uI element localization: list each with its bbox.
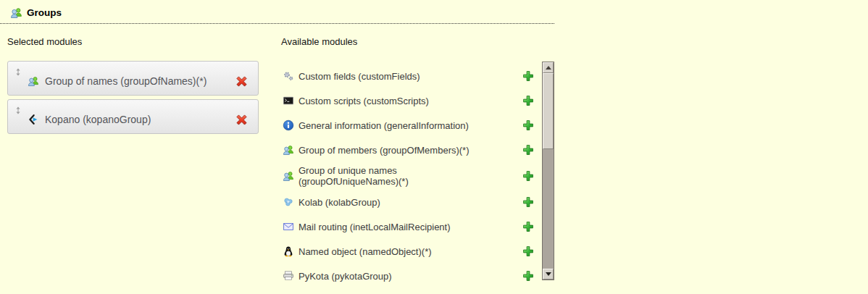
scrollbar-thumb[interactable] <box>543 73 554 149</box>
selected-modules-label: Selected modules <box>7 36 259 47</box>
section-header: Groups <box>0 0 554 24</box>
available-modules-column: Available modules Custom fields (customF… <box>281 24 554 282</box>
module-label: Group of members (groupOfMembers)(*) <box>299 145 470 156</box>
group-icon <box>283 170 294 182</box>
add-plus-icon <box>522 170 534 182</box>
add-plus-icon <box>522 119 534 131</box>
add-plus-icon <box>522 95 534 106</box>
add-plus-icon <box>522 221 534 232</box>
module-label: Group of unique names (groupOfUniqueName… <box>299 165 443 187</box>
triangle-up-icon <box>546 66 551 70</box>
delete-x-icon <box>235 114 248 126</box>
add-module-button[interactable] <box>522 119 534 131</box>
module-label: General information (generalInformation) <box>299 120 469 131</box>
module-label: PyKota (pykotaGroup) <box>299 271 392 282</box>
mail-icon <box>283 221 294 232</box>
scrollbar-track[interactable] <box>543 149 554 269</box>
add-plus-icon <box>522 245 534 257</box>
selected-modules-list: Group of names (groupOfNames)(*) Kopano … <box>7 61 259 134</box>
add-plus-icon <box>522 70 534 82</box>
available-module-row: Named object (namedObject)(*) <box>281 239 539 264</box>
available-modules-list: Custom fields (customFields) Custom scri… <box>281 62 539 282</box>
info-icon <box>283 119 294 131</box>
remove-module-button[interactable] <box>235 75 248 88</box>
group-icon <box>283 144 294 156</box>
available-modules-pane: Custom fields (customFields) Custom scri… <box>281 62 554 282</box>
add-module-button[interactable] <box>522 196 534 208</box>
delete-x-icon <box>235 75 248 88</box>
kolab-icon <box>283 196 294 208</box>
add-plus-icon <box>522 144 534 156</box>
available-module-row: General information (generalInformation) <box>281 113 539 138</box>
group-icon <box>10 7 22 19</box>
add-plus-icon <box>522 270 534 282</box>
module-columns: Selected modules Group of names (groupOf… <box>7 24 868 282</box>
available-module-row: Kolab (kolabGroup) <box>281 190 539 214</box>
available-module-row: Custom scripts (customScripts) <box>281 88 539 113</box>
add-module-button[interactable] <box>522 95 534 106</box>
available-module-row: Custom fields (customFields) <box>281 64 539 88</box>
tux-penguin-icon <box>283 245 294 257</box>
add-module-button[interactable] <box>522 245 534 257</box>
module-label: Kolab (kolabGroup) <box>299 197 380 208</box>
add-module-button[interactable] <box>522 144 534 156</box>
group-icon <box>28 75 39 87</box>
module-label: Custom scripts (customScripts) <box>299 96 429 106</box>
scrollbar[interactable] <box>542 62 554 280</box>
remove-module-button[interactable] <box>235 114 248 126</box>
page-title: Groups <box>27 7 62 18</box>
printer-icon <box>283 270 294 282</box>
available-modules-label: Available modules <box>281 36 554 47</box>
custom-scripts-icon <box>283 95 294 106</box>
module-label: Group of names (groupOfNames)(*) <box>45 75 235 87</box>
add-plus-icon <box>522 196 534 208</box>
triangle-down-icon <box>546 272 551 276</box>
scroll-down-button[interactable] <box>543 269 554 280</box>
module-label: Custom fields (customFields) <box>299 71 420 82</box>
selected-module-item[interactable]: Group of names (groupOfNames)(*) <box>7 61 259 96</box>
up-down-arrows-icon[interactable] <box>15 67 21 77</box>
selected-modules-column: Selected modules Group of names (groupOf… <box>7 24 259 282</box>
scroll-up-button[interactable] <box>543 62 554 73</box>
up-down-arrows-icon[interactable] <box>15 106 21 115</box>
module-label: Kopano (kopanoGroup) <box>45 114 235 125</box>
available-module-row: Group of unique names (groupOfUniqueName… <box>281 162 539 190</box>
add-module-button[interactable] <box>522 270 534 282</box>
available-module-row: PyKota (pykotaGroup) <box>281 264 539 282</box>
kopano-icon <box>28 114 39 125</box>
selected-module-item[interactable]: Kopano (kopanoGroup) <box>7 99 259 134</box>
available-module-row: Mail routing (inetLocalMailRecipient) <box>281 214 539 239</box>
custom-fields-icon <box>283 70 294 82</box>
add-module-button[interactable] <box>522 170 534 182</box>
module-label: Mail routing (inetLocalMailRecipient) <box>299 222 451 232</box>
available-module-row: Group of members (groupOfMembers)(*) <box>281 138 539 162</box>
add-module-button[interactable] <box>522 221 534 232</box>
module-label: Named object (namedObject)(*) <box>299 246 432 257</box>
add-module-button[interactable] <box>522 70 534 82</box>
